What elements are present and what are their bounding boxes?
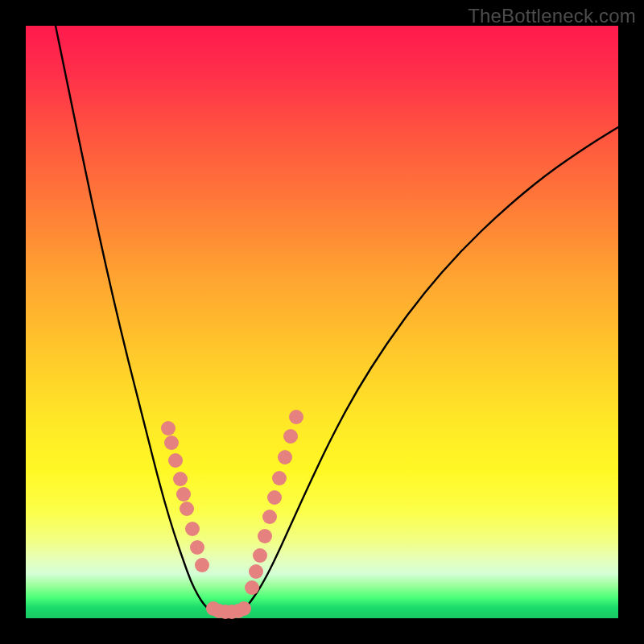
left-dot (190, 540, 204, 555)
right-dot (267, 490, 282, 505)
left-dot (161, 421, 175, 436)
plot-area (26, 26, 618, 618)
left-dot (164, 436, 179, 450)
curve-layer (26, 26, 618, 618)
right-dot (258, 529, 272, 543)
chart-frame: TheBottleneck.com (0, 0, 644, 644)
bottleneck-curve (56, 26, 618, 616)
watermark-text: TheBottleneck.com (468, 5, 636, 27)
left-dot (185, 522, 200, 536)
right-dot (249, 564, 263, 579)
right-dot (245, 580, 259, 595)
right-dot (253, 548, 267, 563)
left-dot (168, 453, 183, 468)
floor-dot (237, 601, 251, 616)
left-dot (176, 487, 191, 502)
right-dot (278, 450, 292, 464)
right-dot (289, 410, 303, 424)
left-dot (180, 502, 194, 516)
right-dot (283, 429, 298, 444)
right-dot (272, 471, 287, 485)
left-dot (173, 472, 188, 486)
right-dot (262, 510, 277, 524)
left-dot (195, 558, 209, 572)
data-dots (161, 410, 303, 619)
